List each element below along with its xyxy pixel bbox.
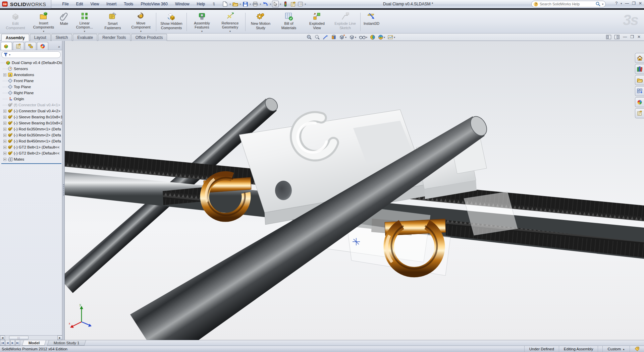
dropdown-caret[interactable]: ▾ [269, 3, 271, 6]
open-document-button[interactable] [232, 1, 238, 7]
pane-restore-button[interactable]: ❐ [630, 35, 634, 39]
menu-view[interactable]: View [87, 0, 103, 8]
tab-evaluate[interactable]: Evaluate [73, 34, 97, 41]
tree-item-rod-6x350mm-2-defa[interactable]: (-) Rod 6x350mm<2> (Defa [1, 132, 62, 138]
move-component-button[interactable]: Move Component▾ [127, 11, 155, 33]
scroll-right-arrow[interactable]: ▶ [57, 336, 62, 340]
tree-item-top-plane[interactable]: Top Plane [1, 84, 62, 90]
apply-scene-button[interactable]: ▾ [377, 34, 386, 40]
hide-show-items-button[interactable]: ▾ [358, 35, 368, 40]
pin-menu-icon[interactable]: ✎ [211, 1, 217, 7]
expand-plus-box[interactable] [3, 73, 6, 76]
assembly-features-button[interactable]: Assembly Features▾ [188, 11, 216, 33]
view-settings-button[interactable]: ▾ [387, 35, 396, 40]
tags-button[interactable] [630, 346, 644, 352]
tree-item-gt2-belt-2-default[interactable]: (-) GT2 Belt<2> (Default<< [1, 150, 62, 156]
menu-help[interactable]: Help [193, 0, 209, 8]
help-button[interactable]: ? [615, 1, 618, 6]
edit-component-button[interactable]: Edit Component [2, 11, 29, 33]
smart-fasteners-button[interactable]: Smart Fasteners [99, 11, 126, 33]
expand-plus-box[interactable] [3, 134, 6, 137]
tree-item-rod-6x350mm-1-defa[interactable]: (-) Rod 6x350mm<1> (Defa [1, 126, 62, 132]
new-motion-study-button[interactable]: New Motion Study [247, 11, 274, 33]
help-search-box[interactable]: ? ▾ [531, 1, 606, 7]
edit-appearance-button[interactable] [369, 34, 376, 40]
linear-component-pattern-button[interactable]: Linear Compon...▾ [71, 11, 98, 33]
tree-item-sleeve-bearing-8x10x8-1[interactable]: (-) Sleeve Bearing 8x10x8<1 [1, 114, 62, 120]
tree-item-right-plane[interactable]: Right Plane [1, 90, 62, 96]
tab-scroll-next[interactable]: ▶ [10, 340, 15, 346]
dropdown-caret[interactable]: ▾ [259, 3, 261, 6]
bill-of-materials-button[interactable]: Bill of Materials [275, 11, 303, 33]
section-view-button[interactable] [330, 34, 337, 40]
propertymanager-tab[interactable] [13, 42, 24, 50]
tab-assembly[interactable]: Assembly [1, 34, 29, 41]
appearances-scenes-tab[interactable] [635, 97, 644, 107]
tab-scroll-first[interactable]: |◀ [0, 340, 5, 346]
model-tab[interactable]: Model [22, 340, 46, 346]
mate-button[interactable]: Mate [58, 11, 70, 33]
filter-dropdown-caret[interactable]: ▾ [9, 53, 10, 56]
menu-insert[interactable]: Insert [103, 0, 120, 8]
print-button[interactable] [252, 1, 259, 7]
motion-study-tab[interactable]: Motion Study 1 [47, 340, 86, 346]
configurationmanager-tab[interactable] [25, 42, 36, 50]
dropdown-caret[interactable]: ▾ [279, 3, 281, 6]
search-magnifier-icon[interactable] [596, 2, 600, 6]
menu-tools[interactable]: Tools [120, 0, 137, 8]
assembly-3d-model[interactable]: x y [65, 41, 644, 340]
new-document-button[interactable] [222, 1, 228, 7]
pane-close-button[interactable]: ✕ [637, 35, 641, 39]
tree-item-gt2-belt-1-default[interactable]: (-) GT2 Belt<1> (Default<< [1, 144, 62, 150]
split-pane-right-button[interactable] [614, 35, 620, 39]
expand-plus-box[interactable] [3, 122, 6, 125]
tree-item-f-connector-dual-v0-4-1[interactable]: (f) Connector Dual v0.4<1> [1, 102, 62, 108]
tree-item-mates[interactable]: Mates [1, 156, 62, 162]
panel-splitter[interactable] [62, 41, 65, 340]
close-button[interactable]: ✕ [639, 1, 642, 6]
expand-plus-box[interactable] [3, 146, 6, 149]
restore-button[interactable]: ❐ [632, 1, 636, 6]
featuremanager-tab[interactable] [1, 42, 12, 50]
zoom-to-area-button[interactable] [314, 34, 321, 40]
minimize-button[interactable]: — [625, 1, 629, 6]
tree-item-annotations[interactable]: AAnnotations [1, 72, 62, 78]
file-properties-button[interactable] [289, 1, 296, 7]
expand-plus-box[interactable] [3, 110, 6, 113]
dropdown-caret[interactable]: ▾ [249, 3, 251, 6]
tab-sketch[interactable]: Sketch [51, 34, 72, 41]
view-palette-tab[interactable] [635, 86, 644, 96]
menu-edit[interactable]: Edit [72, 0, 87, 8]
help-dropdown-caret[interactable]: ▾ [621, 2, 622, 5]
select-tool-button[interactable] [272, 1, 279, 7]
tree-item-front-plane[interactable]: Front Plane [1, 78, 62, 84]
instant3d-button[interactable]: Instant3D [362, 11, 381, 33]
dropdown-caret[interactable]: ▾ [304, 3, 306, 6]
tree-item-sleeve-bearing-8x10x8-2[interactable]: (-) Sleeve Bearing 8x10x8<2 [1, 120, 62, 126]
displaymanager-tab[interactable] [37, 42, 48, 50]
zoom-to-fit-button[interactable] [306, 34, 313, 40]
design-library-tab[interactable] [635, 64, 644, 74]
view-orientation-button[interactable]: ▾ [338, 34, 347, 40]
search-input[interactable] [540, 2, 594, 6]
rebuild-traffic-light-icon[interactable] [282, 1, 289, 7]
reference-geometry-button[interactable]: Reference Geometry▾ [216, 11, 244, 33]
previous-view-button[interactable] [322, 34, 329, 40]
search-dropdown-caret[interactable]: ▾ [602, 3, 603, 6]
tab-scroll-last[interactable]: ▶| [15, 340, 20, 346]
expand-plus-box[interactable] [3, 116, 6, 119]
undo-button[interactable] [262, 1, 269, 7]
file-explorer-tab[interactable] [635, 75, 644, 85]
expand-plus-box[interactable] [3, 152, 6, 155]
pane-minimize-button[interactable]: — [623, 35, 627, 39]
custom-properties-tab[interactable] [635, 108, 644, 118]
menu-window[interactable]: Window [171, 0, 193, 8]
tab-office-products[interactable]: Office Products [131, 34, 167, 41]
solidworks-resources-tab[interactable] [635, 53, 644, 63]
explode-line-sketch-button[interactable]: Explode Line Sketch [331, 11, 359, 33]
display-style-button[interactable]: ▾ [348, 34, 357, 40]
panel-overflow-chevron[interactable]: » [58, 45, 61, 50]
tab-layout[interactable]: Layout [30, 34, 51, 41]
tree-item-dual-clamp-v0-4-default-disp[interactable]: Dual Clamp v0.4 (Default<Disp [1, 60, 62, 66]
rollback-bar[interactable] [1, 163, 61, 164]
